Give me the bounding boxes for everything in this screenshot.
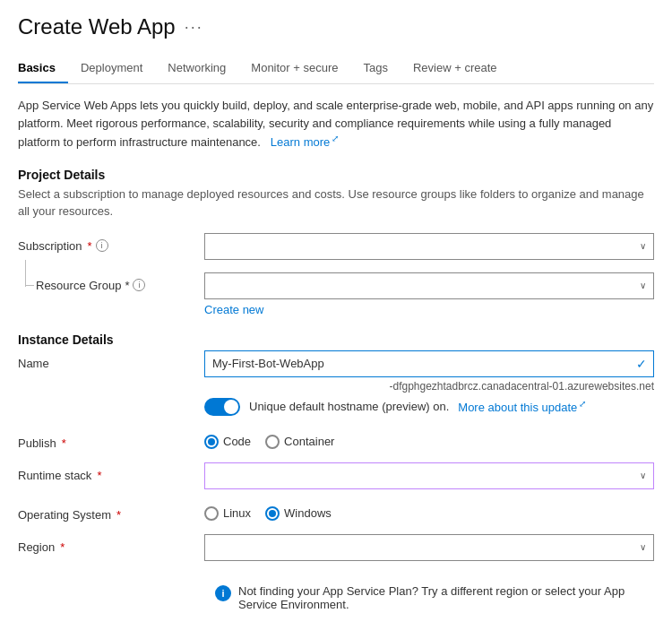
runtime-stack-dropdown[interactable]: ∨ xyxy=(204,462,654,489)
runtime-stack-control: ∨ xyxy=(204,462,654,489)
name-label: Name xyxy=(18,350,197,370)
runtime-stack-label: Runtime stack * xyxy=(18,462,197,482)
tab-bar: Basics Deployment Networking Monitor + s… xyxy=(18,54,654,84)
os-windows-option[interactable]: Windows xyxy=(265,506,332,521)
region-label: Region * xyxy=(18,534,197,554)
learn-more-link[interactable]: Learn more⤢ xyxy=(267,135,339,149)
publish-code-radio[interactable] xyxy=(204,435,219,449)
name-input[interactable] xyxy=(204,350,654,377)
resource-group-required: * xyxy=(125,279,129,292)
toggle-row: Unique default hostname (preview) on. Mo… xyxy=(204,398,654,416)
publish-label: Publish * xyxy=(18,430,197,450)
name-input-wrap: ✓ xyxy=(204,350,654,377)
project-details-description: Select a subscription to manage deployed… xyxy=(18,186,654,220)
subscription-required: * xyxy=(88,239,92,253)
os-row: Operating System * Linux Windows xyxy=(18,502,654,522)
more-options-icon[interactable]: ··· xyxy=(185,18,203,37)
os-control: Linux Windows xyxy=(204,502,654,521)
subscription-control: ∨ xyxy=(204,233,654,260)
tab-networking[interactable]: Networking xyxy=(155,54,238,83)
publish-row: Publish * Code Container xyxy=(18,430,654,450)
instance-details-header: Instance Details xyxy=(18,332,654,347)
publish-control: Code Container xyxy=(204,430,654,449)
resource-group-dropdown-arrow: ∨ xyxy=(640,281,646,290)
subscription-label: Subscription * i xyxy=(18,233,197,253)
page-header: Create Web App ··· xyxy=(18,14,654,39)
subscription-dropdown-arrow: ∨ xyxy=(640,241,646,251)
publish-code-option[interactable]: Code xyxy=(204,435,251,449)
os-linux-option[interactable]: Linux xyxy=(204,506,251,521)
publish-container-option[interactable]: Container xyxy=(265,435,334,449)
info-notice-row: i Not finding your App Service Plan? Try… xyxy=(18,574,654,618)
name-row: Name ✓ -dfgphgezhtadbrcz.canadacentral-0… xyxy=(18,350,654,418)
tab-review[interactable]: Review + create xyxy=(401,54,510,83)
resource-group-label: Resource Group * i xyxy=(18,272,197,292)
publish-container-label: Container xyxy=(284,435,334,448)
page-title: Create Web App xyxy=(18,14,176,39)
os-windows-label: Windows xyxy=(284,506,332,520)
runtime-stack-arrow: ∨ xyxy=(640,471,646,480)
info-notice-icon: i xyxy=(215,585,231,601)
region-dropdown-arrow: ∨ xyxy=(640,542,646,552)
resource-group-dropdown[interactable]: ∨ xyxy=(204,272,654,299)
create-new-link[interactable]: Create new xyxy=(204,303,263,316)
publish-container-radio[interactable] xyxy=(265,435,280,449)
info-notice-spacer xyxy=(18,574,197,580)
os-radio-group: Linux Windows xyxy=(204,502,654,521)
info-notice-text: Not finding your App Service Plan? Try a… xyxy=(238,584,643,611)
os-linux-label: Linux xyxy=(223,506,251,520)
resource-group-row: Resource Group * i ∨ Create new xyxy=(18,272,654,316)
os-required: * xyxy=(116,508,121,522)
toggle-ext-icon: ⤢ xyxy=(579,399,586,409)
resource-group-info-icon[interactable]: i xyxy=(133,279,145,291)
subscription-row: Subscription * i ∨ xyxy=(18,233,654,260)
tab-deployment[interactable]: Deployment xyxy=(68,54,155,83)
os-label: Operating System * xyxy=(18,502,197,522)
runtime-stack-row: Runtime stack * ∨ xyxy=(18,462,654,489)
subscription-dropdown[interactable]: ∨ xyxy=(204,233,654,260)
publish-required: * xyxy=(62,436,66,450)
project-details-header: Project Details xyxy=(18,168,654,182)
info-notice: i Not finding your App Service Plan? Try… xyxy=(204,577,654,618)
region-required: * xyxy=(60,540,65,554)
region-row: Region * ∨ xyxy=(18,534,654,561)
publish-radio-group: Code Container xyxy=(204,430,654,449)
toggle-label: Unique default hostname (preview) on. xyxy=(249,400,449,413)
tab-monitor[interactable]: Monitor + secure xyxy=(238,54,350,83)
description-text: App Service Web Apps lets you quickly bu… xyxy=(18,97,654,151)
publish-code-label: Code xyxy=(223,435,251,448)
name-check-icon: ✓ xyxy=(636,357,647,371)
subscription-info-icon[interactable]: i xyxy=(96,239,108,252)
tab-basics[interactable]: Basics xyxy=(18,54,68,83)
region-control: ∨ xyxy=(204,534,654,561)
toggle-more-link[interactable]: More about this update⤢ xyxy=(458,399,586,414)
os-windows-radio[interactable] xyxy=(265,506,280,521)
region-dropdown[interactable]: ∨ xyxy=(204,534,654,561)
external-link-icon: ⤢ xyxy=(332,134,339,143)
runtime-stack-required: * xyxy=(97,469,101,482)
resource-group-control: ∨ Create new xyxy=(204,272,654,316)
name-control: ✓ -dfgphgezhtadbrcz.canadacentral-01.azu… xyxy=(204,350,654,418)
hostname-toggle[interactable] xyxy=(204,398,240,416)
tab-tags[interactable]: Tags xyxy=(351,54,401,83)
os-linux-radio[interactable] xyxy=(204,506,219,521)
subdomain-text: -dfgphgezhtadbrcz.canadacentral-01.azure… xyxy=(204,380,654,393)
